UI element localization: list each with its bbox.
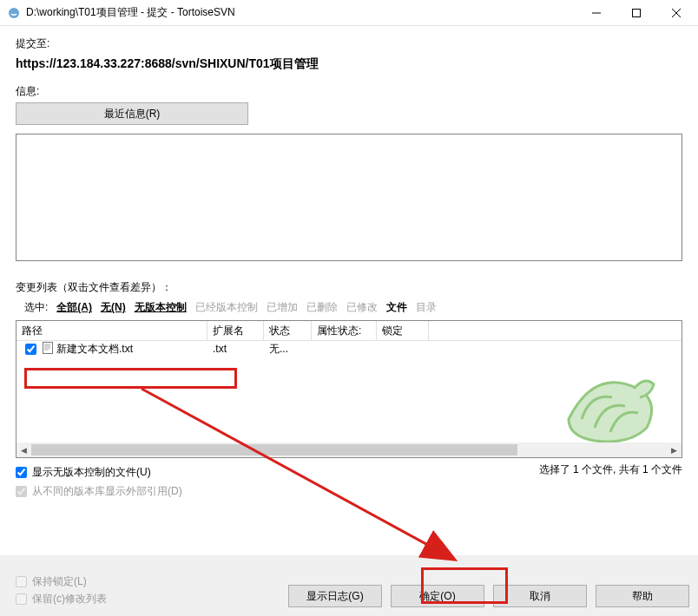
titlebar: D:\working\T01项目管理 - 提交 - TortoiseSVN <box>0 0 698 26</box>
show-externals-input <box>16 486 27 497</box>
keep-locks-label: 保持锁定(L) <box>32 574 87 589</box>
commit-message-textarea[interactable] <box>16 134 682 261</box>
selected-label: 选中: <box>21 300 51 315</box>
filter-added: 已增加 <box>263 300 301 315</box>
show-unversioned-label: 显示无版本控制的文件(U) <box>32 465 151 480</box>
help-button[interactable]: 帮助 <box>596 585 689 607</box>
scroll-right-icon[interactable]: ▶ <box>667 442 682 457</box>
file-ext: .txt <box>207 343 264 355</box>
filter-modified: 已修改 <box>343 300 381 315</box>
show-unversioned-input[interactable] <box>16 467 27 478</box>
app-icon <box>7 6 21 20</box>
repository-url: https://123.184.33.227:8688/svn/SHIXUN/T… <box>16 56 682 72</box>
under-panel: 显示无版本控制的文件(U) 从不同的版本库显示外部引用(D) 选择了 1 个文件… <box>16 462 682 501</box>
filter-deleted: 已删除 <box>303 300 341 315</box>
bottom-bar: 保持锁定(L) 保留(c)修改列表 显示日志(G) 确定(O) 取消 帮助 <box>0 555 698 616</box>
file-list-header: 路径 扩展名 状态 属性状态: 锁定 <box>16 321 682 341</box>
scroll-thumb[interactable] <box>31 444 517 455</box>
file-checkbox[interactable] <box>25 344 36 355</box>
keep-changelist-checkbox: 保留(c)修改列表 <box>16 590 288 607</box>
col-lock[interactable]: 锁定 <box>377 321 429 341</box>
scroll-left-icon[interactable]: ◀ <box>16 442 31 457</box>
filter-dirs: 目录 <box>412 300 440 315</box>
client-area: 提交至: https://123.184.33.227:8688/svn/SHI… <box>0 26 698 511</box>
window-title: D:\working\T01项目管理 - 提交 - TortoiseSVN <box>26 5 576 20</box>
show-unversioned-checkbox[interactable]: 显示无版本控制的文件(U) <box>16 462 539 482</box>
commit-to-label: 提交至: <box>16 36 682 51</box>
svg-rect-2 <box>633 9 641 16</box>
scroll-thumb-area[interactable] <box>31 442 667 457</box>
keep-changelist-label: 保留(c)修改列表 <box>32 592 107 606</box>
cancel-button[interactable]: 取消 <box>493 585 587 607</box>
keep-locks-checkbox: 保持锁定(L) <box>16 573 288 590</box>
show-log-label: 显示日志(G) <box>306 589 363 604</box>
maximize-button[interactable] <box>616 0 656 25</box>
ok-button[interactable]: 确定(O) <box>391 585 484 607</box>
col-status[interactable]: 状态 <box>264 321 312 341</box>
file-icon <box>43 342 53 357</box>
keep-locks-input <box>16 576 27 587</box>
minimize-button[interactable] <box>576 0 616 25</box>
filter-all[interactable]: 全部(A) <box>53 300 95 315</box>
filter-files[interactable]: 文件 <box>383 300 411 315</box>
filter-row: 选中: 全部(A) 无(N) 无版本控制 已经版本控制 已增加 已删除 已修改 … <box>16 300 682 315</box>
filter-none[interactable]: 无(N) <box>97 300 129 315</box>
keep-changelist-input <box>16 593 27 605</box>
filter-versioned: 已经版本控制 <box>192 300 261 315</box>
recent-messages-label: 最近信息(R) <box>104 107 161 121</box>
svg-point-0 <box>9 8 19 18</box>
col-ext[interactable]: 扩展名 <box>207 321 264 341</box>
col-path[interactable]: 路径 <box>16 321 207 341</box>
col-spacer <box>429 321 682 341</box>
recent-messages-button[interactable]: 最近信息(R) <box>16 102 248 125</box>
show-externals-checkbox: 从不同的版本库显示外部引用(D) <box>16 482 539 501</box>
horizontal-scrollbar[interactable]: ◀ ▶ <box>16 442 682 457</box>
selection-summary: 选择了 1 个文件, 共有 1 个文件 <box>539 462 682 477</box>
file-list-body[interactable]: 新建文本文档.txt .txt 无... <box>16 341 682 442</box>
file-list-panel: 路径 扩展名 状态 属性状态: 锁定 新建文本文档.txt <box>16 320 682 458</box>
show-log-button[interactable]: 显示日志(G) <box>288 585 382 607</box>
changes-label: 变更列表（双击文件查看差异）： <box>16 280 682 295</box>
ok-label: 确定(O) <box>419 589 455 604</box>
file-name: 新建文本文档.txt <box>56 342 133 357</box>
col-prop[interactable]: 属性状态: <box>312 321 377 341</box>
show-externals-label: 从不同的版本库显示外部引用(D) <box>32 484 182 499</box>
filter-unversioned[interactable]: 无版本控制 <box>131 300 190 315</box>
file-row[interactable]: 新建文本文档.txt .txt 无... <box>16 341 682 357</box>
file-status: 无... <box>264 342 312 357</box>
tortoise-logo-icon <box>543 358 664 442</box>
message-label: 信息: <box>16 84 682 99</box>
window-controls <box>576 0 696 25</box>
help-label: 帮助 <box>632 589 653 604</box>
cancel-label: 取消 <box>530 589 550 604</box>
close-button[interactable] <box>656 0 696 25</box>
